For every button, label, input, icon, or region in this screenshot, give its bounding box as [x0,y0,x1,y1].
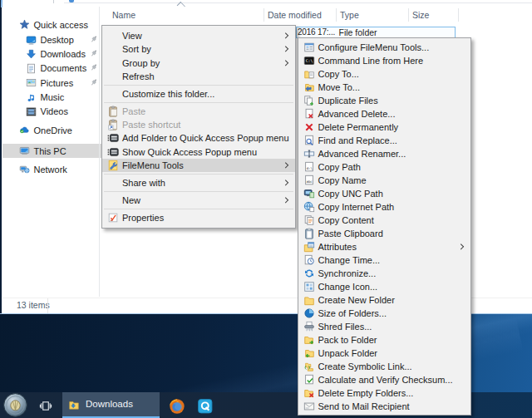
menu-item-label: Copy Path [318,162,361,172]
menu-item-shred-files[interactable]: Shred Files... [298,320,470,333]
menu-item-label: Share with [122,178,165,188]
copy-internet-path-icon [303,201,315,213]
sidebar-item-label: Desktop [41,35,74,45]
onedrive-cloud-icon [19,125,30,135]
no-icon [107,30,119,42]
downloads-folder-icon [68,400,80,411]
menu-item-customize-this-folder[interactable]: Customize this folder... [102,87,295,101]
menu-item-configure-filemenu-tools[interactable]: Configure FileMenu Tools... [298,41,470,54]
menu-item-group-by[interactable]: Group by [102,57,295,70]
menu-item-command-line-from-here[interactable]: C:\Command Line from Here [298,54,470,67]
submenu-arrow-icon [283,47,288,52]
menu-item-sort-by[interactable]: Sort by [102,42,295,56]
firefox-icon[interactable] [170,399,185,414]
column-divider[interactable] [264,8,264,22]
menu-item-label: Change Icon... [318,282,378,292]
start-button-classic-shell[interactable] [3,393,27,417]
command-line-icon: C:\ [303,55,315,66]
quick-access-popup-icon[interactable] [198,399,213,414]
menu-item-create-new-folder[interactable]: Create New Folder [298,293,470,307]
menu-item-label: Copy Name [318,175,367,185]
no-icon [107,57,119,69]
pin-icon [89,62,99,72]
column-header-size[interactable]: Size [412,7,429,23]
copy-to-folder-icon [303,68,315,80]
menu-item-label: Send to Mail Recipient [318,401,410,411]
menu-item-attributes[interactable]: Attributes [298,240,470,253]
menu-item-filemenu-tools[interactable]: FileMenu Tools [102,159,295,172]
menu-item-copy-path[interactable]: d:\Copy Path [298,160,470,174]
menu-item-label: Paste Clipboard [318,229,383,239]
duplicate-files-icon [303,95,315,106]
menu-item-label: Change Time... [318,255,381,265]
navigation-pane-divider[interactable] [99,7,100,297]
menu-item-create-symbolic-link[interactable]: Create Symbolic Link... [298,360,470,373]
menu-item-size-of-folders[interactable]: Size of Folders... [298,307,470,320]
menu-item-calculate-and-verify-checksum[interactable]: Calculate and Verify Checksum... [298,373,470,386]
menu-item-move-to[interactable]: Move To... [298,81,470,94]
menu-separator [104,102,293,103]
menu-item-paste-shortcut[interactable]: Paste shortcut [102,118,295,131]
context-menu: ViewSort byGroup byRefreshCustomize this… [101,25,296,229]
sort-ascending-icon [178,2,183,7]
menu-item-unpack-folder[interactable]: Unpack Folder [298,347,470,360]
column-header-name[interactable]: Name [112,7,135,23]
column-divider[interactable] [408,8,409,22]
menu-item-duplicate-files[interactable]: Duplicate Files [298,94,470,107]
advanced-renamer-icon [303,148,315,160]
pack-folder-icon [303,334,315,346]
menu-item-label: Command Line from Here [318,56,424,66]
menu-item-advanced-delete[interactable]: Advanced Delete... [298,107,470,120]
no-icon [107,177,119,189]
menu-item-label: Copy To... [318,69,359,79]
copy-unc-path-icon [303,188,315,199]
menu-item-view[interactable]: View [102,29,295,42]
advanced-delete-icon [303,108,315,120]
menu-item-copy-internet-path[interactable]: Copy Internet Path [298,200,470,214]
menu-item-label: Unpack Folder [318,348,378,358]
menu-item-send-to-mail-recipient[interactable]: Send to Mail Recipient [298,400,470,413]
window-border-left-accent [1,0,2,7]
selected-file-row[interactable]: 2016 17:... File folder [296,27,456,39]
column-divider[interactable] [336,8,337,22]
no-icon [107,71,119,82]
menu-item-properties[interactable]: Properties [102,211,295,224]
menu-item-delete-permanently[interactable]: Delete Permanently [298,120,470,134]
menu-item-paste-clipboard[interactable]: Paste Clipboard [298,227,470,240]
submenu-arrow-icon [283,162,288,168]
menu-item-copy-unc-path[interactable]: Copy UNC Path [298,187,470,200]
quick-access-star-icon [19,19,30,30]
menu-item-delete-empty-folders[interactable]: Delete Empty Folders... [298,386,470,400]
column-divider[interactable] [458,8,459,22]
menu-item-add-folder-to-quick-access-popup-menu[interactable]: Add Folder to Quick Access Popup menu [102,131,295,145]
menu-item-label: Create Symbolic Link... [318,361,412,371]
menu-item-advanced-renamer[interactable]: Advanced Renamer... [298,147,470,160]
menu-item-change-icon[interactable]: Change Icon... [298,280,470,293]
paste-clipboard-gray-icon [107,106,119,117]
column-header-date-modified[interactable]: Date modified [268,7,322,23]
menu-item-new[interactable]: New [102,194,295,207]
menu-item-label: Size of Folders... [318,308,387,318]
menu-item-paste[interactable]: Paste [102,105,295,118]
menu-item-pack-to-folder[interactable]: Pack to Folder [298,333,470,347]
menu-item-share-with[interactable]: Share with [102,176,295,189]
menu-item-change-time[interactable]: Change Time... [298,253,470,267]
menu-item-label: Move To... [318,82,361,92]
menu-item-find-and-replace[interactable]: Find and Replace... [298,134,470,147]
symbolic-link-icon [303,361,315,372]
sidebar-item-label: This PC [34,146,66,156]
find-replace-icon [303,135,315,146]
qap-menu-icon [107,132,119,144]
menu-item-synchronize[interactable]: Synchronize... [298,267,470,280]
column-header-type[interactable]: Type [340,7,359,23]
copy-name-icon: abc [303,175,315,186]
menu-item-label: Paste [122,106,145,116]
menu-item-copy-to[interactable]: Copy To... [298,67,470,81]
menu-item-copy-content[interactable]: Copy Content [298,214,470,227]
sidebar-item-label: Pictures [41,78,74,88]
menu-item-show-quick-access-popup-menu[interactable]: Show Quick Access Popup menu [102,145,295,159]
menu-item-refresh[interactable]: Refresh [102,70,295,83]
menu-item-copy-name[interactable]: abcCopy Name [298,174,470,187]
filemenu-tools-submenu: Configure FileMenu Tools...C:\Command Li… [298,37,471,416]
task-view-icon[interactable] [39,400,52,412]
